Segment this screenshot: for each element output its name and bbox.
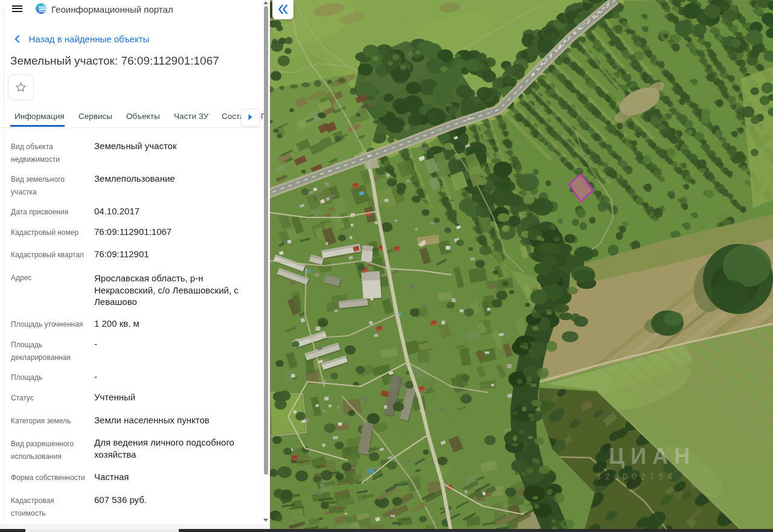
- svg-text:ЦИАН: ЦИАН: [609, 444, 696, 469]
- svg-text:326002754: 326002754: [596, 472, 676, 481]
